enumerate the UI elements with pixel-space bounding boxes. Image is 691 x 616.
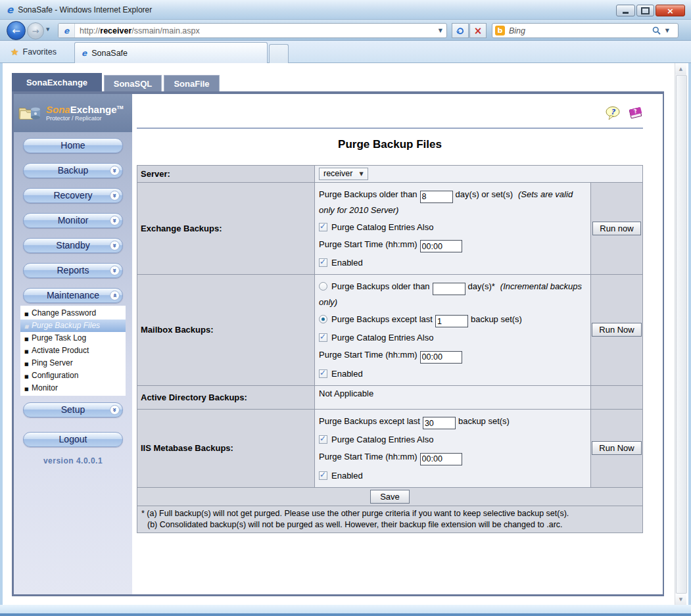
chevron-expand-icon: [110, 405, 120, 415]
brand-subtitle: Protector / Replicator: [46, 114, 124, 123]
refresh-icon: [456, 26, 465, 36]
sidebar-item-reports[interactable]: Reports: [23, 263, 123, 278]
mailbox-except-text: Purge Backups except last: [331, 314, 433, 324]
browser-tab-label: SonaSafe: [91, 49, 128, 58]
exchange-purge-catalog-label: Purge Catalog Entries Also: [331, 222, 433, 232]
submenu-item-ping-server[interactable]: Ping Server: [20, 357, 126, 369]
iis-start-time-input[interactable]: [420, 453, 462, 465]
main-content: ? ? Purge Backup Files Server:: [132, 94, 663, 594]
scroll-up-icon[interactable]: [675, 63, 686, 74]
iis-except-text: Purge Backups except last: [319, 416, 420, 426]
search-options-dropdown-icon[interactable]: [665, 28, 669, 34]
minimize-button[interactable]: [616, 5, 635, 16]
sidebar-item-home[interactable]: Home: [23, 138, 123, 153]
mailbox-enabled-label: Enabled: [331, 369, 363, 379]
mailbox-except-radio[interactable]: [319, 315, 327, 323]
window-controls: [616, 5, 685, 16]
search-box[interactable]: Bing: [492, 23, 679, 38]
sidebar: SonaExchangeTM Protector / Replicator Ho…: [14, 94, 132, 594]
app-tab-sonasql[interactable]: SonaSQL: [104, 75, 162, 91]
browser-tab-sonasafe[interactable]: SonaSafe: [74, 42, 268, 63]
chevron-expand-icon: [110, 241, 120, 250]
app-tab-sonafile[interactable]: SonaFile: [164, 75, 220, 91]
title-bar: SonaSafe - Windows Internet Explorer: [0, 0, 691, 20]
sidebar-item-monitor[interactable]: Monitor: [23, 213, 123, 228]
server-select[interactable]: receiver: [319, 168, 368, 180]
iis-enabled-checkbox[interactable]: [319, 471, 327, 480]
stop-button[interactable]: [469, 23, 487, 38]
exchange-older-suffix: day(s) or set(s): [456, 189, 513, 199]
mailbox-older-radio[interactable]: [319, 282, 327, 291]
ie-logo-icon: [7, 4, 13, 16]
submenu-item-configuration[interactable]: Configuration: [20, 369, 126, 382]
mailbox-except-sets-input[interactable]: [435, 315, 468, 327]
exchange-backups-row: Exchange Backups: Purge Backups older th…: [137, 183, 643, 275]
exchange-older-days-input[interactable]: [420, 191, 453, 203]
submenu-item-purge-task-log[interactable]: Purge Task Log: [20, 332, 126, 344]
address-bar[interactable]: http://receiver/ssmain/main.aspx: [58, 23, 447, 38]
maximize-button[interactable]: [636, 5, 654, 16]
chevron-expand-icon: [110, 216, 120, 225]
search-icon[interactable]: [652, 26, 661, 35]
sidebar-item-maintenance[interactable]: Maintenance: [23, 288, 123, 303]
header-divider: [137, 128, 643, 129]
close-button[interactable]: [655, 5, 685, 16]
window-left-border: [0, 63, 3, 605]
sidebar-item-recovery[interactable]: Recovery: [23, 188, 123, 203]
app-frame: SonaExchangeTM Protector / Replicator Ho…: [12, 91, 664, 596]
iis-enabled-label: Enabled: [331, 471, 363, 481]
submenu-item-activate-product[interactable]: Activate Product: [20, 344, 126, 357]
submenu-item-change-password[interactable]: Change Password: [20, 307, 126, 320]
bing-logo-icon: [495, 26, 505, 36]
mailbox-start-time-label: Purge Start Time (hh:mm): [319, 350, 417, 360]
chevron-collapse-icon: [110, 291, 120, 300]
mailbox-run-now-button[interactable]: Run Now: [592, 323, 641, 337]
scrollbar-thumb[interactable]: [676, 75, 687, 594]
iis-purge-catalog-label: Purge Catalog Entries Also: [331, 435, 433, 444]
help-book-icon[interactable]: ?: [627, 106, 643, 120]
refresh-button[interactable]: [452, 23, 469, 38]
server-label: Server:: [137, 166, 315, 183]
iis-except-sets-input[interactable]: [423, 417, 456, 429]
favorites-button[interactable]: Favorites: [5, 44, 62, 60]
iis-metabase-label: IIS Metabase Backups:: [137, 409, 315, 487]
mailbox-start-time-input[interactable]: [420, 351, 462, 364]
vertical-scrollbar[interactable]: [675, 63, 686, 605]
exchange-purge-catalog-checkbox[interactable]: [319, 223, 327, 231]
forward-button[interactable]: [27, 22, 44, 39]
iis-metabase-row: IIS Metabase Backups: Purge Backups exce…: [137, 409, 643, 487]
mailbox-older-days-input[interactable]: [433, 283, 465, 295]
scroll-down-icon[interactable]: [675, 594, 686, 605]
save-button[interactable]: Save: [370, 490, 410, 504]
address-dropdown-icon[interactable]: [439, 28, 442, 34]
folder-disk-logo-icon: [18, 103, 43, 124]
sidebar-item-setup[interactable]: Setup: [23, 402, 123, 417]
favorites-label: Favorites: [23, 47, 57, 57]
exchange-enabled-label: Enabled: [331, 258, 363, 268]
mailbox-purge-catalog-checkbox[interactable]: [319, 333, 327, 342]
mailbox-enabled-checkbox[interactable]: [319, 369, 327, 378]
ie-logo-icon: [64, 26, 69, 36]
window-title: SonaSafe - Windows Internet Explorer: [18, 5, 152, 14]
exchange-enabled-checkbox[interactable]: [319, 258, 327, 267]
iis-run-now-button[interactable]: Run Now: [592, 441, 641, 455]
submenu-item-monitor[interactable]: Monitor: [20, 382, 126, 394]
sidebar-item-standby[interactable]: Standby: [23, 238, 123, 253]
ie-logo-icon: [82, 49, 87, 58]
help-bubble-icon[interactable]: ?: [605, 106, 621, 120]
new-tab-stub[interactable]: [269, 44, 289, 63]
chevron-expand-icon: [110, 191, 120, 201]
back-button[interactable]: [7, 21, 26, 40]
exchange-start-time-input[interactable]: [420, 240, 462, 252]
recent-pages-dropdown-icon[interactable]: [46, 27, 49, 32]
logout-button[interactable]: Logout: [23, 432, 123, 447]
search-placeholder: Bing: [509, 26, 525, 36]
sidebar-item-backup[interactable]: Backup: [23, 163, 123, 178]
exchange-start-time-label: Purge Start Time (hh:mm): [319, 239, 417, 249]
brand-name: SonaExchangeTM: [46, 103, 124, 114]
submenu-item-purge-backup-files[interactable]: Purge Backup Files: [20, 320, 126, 332]
iis-purge-catalog-checkbox[interactable]: [319, 435, 327, 444]
app-tab-sonaexchange[interactable]: SonaExchange: [12, 73, 102, 91]
exchange-backups-label: Exchange Backups:: [137, 183, 315, 275]
exchange-run-now-button[interactable]: Run now: [592, 222, 640, 235]
